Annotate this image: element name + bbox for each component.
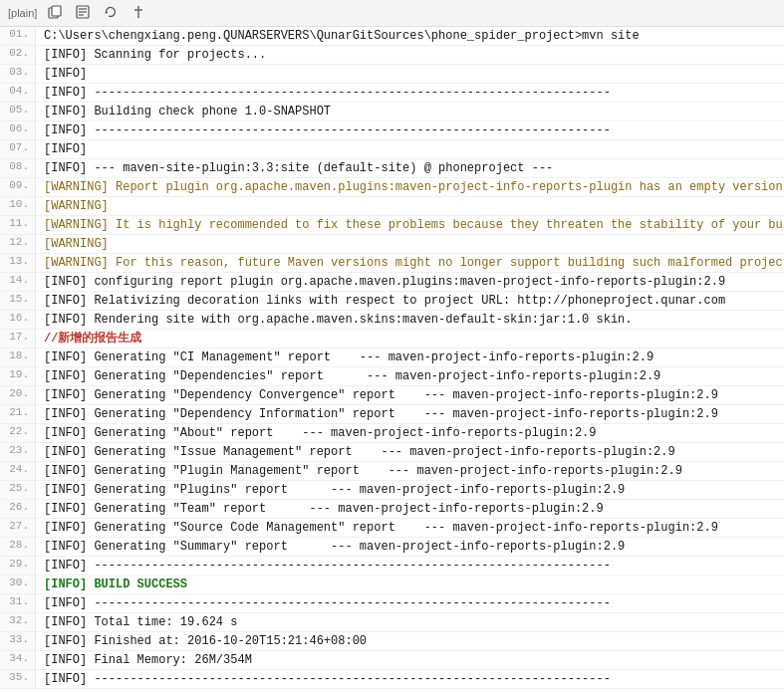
pin-button[interactable] xyxy=(129,4,148,22)
table-row: 35.[INFO] ------------------------------… xyxy=(0,670,784,689)
line-number: 05. xyxy=(0,103,36,120)
line-number: 22. xyxy=(0,424,36,442)
table-row: 03.[INFO] xyxy=(0,65,784,84)
toolbar: [plain] xyxy=(0,0,784,27)
line-text: [INFO] Building check phone 1.0-SNAPSHOT xyxy=(36,103,335,120)
table-row: 13.[WARNING] For this reason, future Mav… xyxy=(0,254,784,273)
table-row: 27.[INFO] Generating "Source Code Manage… xyxy=(0,519,784,538)
copy-button[interactable] xyxy=(45,4,65,22)
table-row: 20.[INFO] Generating "Dependency Converg… xyxy=(0,386,784,405)
line-text: [INFO] Generating "Dependency Convergenc… xyxy=(36,386,722,404)
table-row: 05.[INFO] Building check phone 1.0-SNAPS… xyxy=(0,103,784,121)
table-row: 21.[INFO] Generating "Dependency Informa… xyxy=(0,405,784,424)
table-row: 16.[INFO] Rendering site with org.apache… xyxy=(0,311,784,330)
line-text: [INFO] Relativizing decoration links wit… xyxy=(36,292,729,310)
line-number: 10. xyxy=(0,197,36,215)
line-number: 24. xyxy=(0,462,36,480)
table-row: 25.[INFO] Generating "Plugins" report --… xyxy=(0,481,784,500)
wrap-button[interactable] xyxy=(73,4,93,22)
table-row: 19.[INFO] Generating "Dependencies" repo… xyxy=(0,367,784,386)
line-number: 18. xyxy=(0,348,36,366)
table-row: 06.[INFO] ------------------------------… xyxy=(0,121,784,140)
line-number: 31. xyxy=(0,594,36,612)
line-text: [INFO] --- maven-site-plugin:3.3:site (d… xyxy=(36,159,557,177)
line-number: 07. xyxy=(0,140,36,158)
line-text: [INFO] xyxy=(36,65,91,83)
table-row: 26.[INFO] Generating "Team" report --- m… xyxy=(0,500,784,519)
line-number: 34. xyxy=(0,651,36,669)
line-number: 12. xyxy=(0,235,36,253)
line-text: [INFO] ---------------------------------… xyxy=(36,594,615,612)
line-number: 13. xyxy=(0,254,36,272)
line-text: [INFO] Generating "CI Management" report… xyxy=(36,348,657,366)
table-row: 24.[INFO] Generating "Plugin Management"… xyxy=(0,462,784,481)
line-number: 16. xyxy=(0,311,36,329)
line-number: 29. xyxy=(0,557,36,575)
line-number: 20. xyxy=(0,386,36,404)
line-text: C:\Users\chengxiang.peng.QUNARSERVERS\Qu… xyxy=(36,27,644,45)
table-row: 14.[INFO] configuring report plugin org.… xyxy=(0,273,784,292)
table-row: 02.[INFO] Scanning for projects... xyxy=(0,46,784,65)
line-number: 30. xyxy=(0,576,36,593)
line-text: [INFO] Generating "Source Code Managemen… xyxy=(36,519,722,537)
line-text: [INFO] Generating "About" report --- mav… xyxy=(36,424,601,442)
refresh-button[interactable] xyxy=(101,4,121,22)
line-text: [INFO] ---------------------------------… xyxy=(36,557,615,575)
table-row: 32.[INFO] Total time: 19.624 s xyxy=(0,613,784,632)
line-number: 25. xyxy=(0,481,36,499)
toolbar-label: [plain] xyxy=(8,7,37,19)
line-number: 28. xyxy=(0,538,36,556)
line-number: 09. xyxy=(0,178,36,196)
table-row: 01.C:\Users\chengxiang.peng.QUNARSERVERS… xyxy=(0,27,784,46)
line-text: [INFO] Rendering site with org.apache.ma… xyxy=(36,311,637,329)
table-row: 23.[INFO] Generating "Issue Management" … xyxy=(0,443,784,462)
line-text: //新增的报告生成 xyxy=(36,330,145,347)
table-row: 33.[INFO] Finished at: 2016-10-20T15:21:… xyxy=(0,632,784,651)
line-text: [WARNING] For this reason, future Maven … xyxy=(36,254,784,272)
table-row: 15.[INFO] Relativizing decoration links … xyxy=(0,292,784,311)
line-text: [INFO] Generating "Dependency Informatio… xyxy=(36,405,722,423)
line-text: [INFO] ---------------------------------… xyxy=(36,121,615,139)
line-text: [WARNING] xyxy=(36,197,113,215)
line-text: [INFO] Generating "Plugin Management" re… xyxy=(36,462,686,480)
line-text: [INFO] Generating "Dependencies" report … xyxy=(36,367,664,385)
table-row: 08.[INFO] --- maven-site-plugin:3.3:site… xyxy=(0,159,784,178)
table-row: 29.[INFO] ------------------------------… xyxy=(0,557,784,576)
line-text: [INFO] ---------------------------------… xyxy=(36,670,615,688)
line-text: [INFO] ---------------------------------… xyxy=(36,84,615,102)
line-number: 27. xyxy=(0,519,36,537)
line-number: 33. xyxy=(0,632,36,650)
line-number: 21. xyxy=(0,405,36,423)
line-number: 23. xyxy=(0,443,36,461)
table-row: 09.[WARNING] Report plugin org.apache.ma… xyxy=(0,178,784,197)
content-area: 01.C:\Users\chengxiang.peng.QUNARSERVERS… xyxy=(0,27,784,689)
line-number: 15. xyxy=(0,292,36,310)
line-text: [INFO] xyxy=(36,140,91,158)
line-text: [INFO] Total time: 19.624 s xyxy=(36,613,241,631)
table-row: 17.//新增的报告生成 xyxy=(0,330,784,348)
line-text: [INFO] configuring report plugin org.apa… xyxy=(36,273,729,291)
line-number: 17. xyxy=(0,330,36,347)
table-row: 34.[INFO] Final Memory: 26M/354M xyxy=(0,651,784,670)
line-text: [WARNING] Report plugin org.apache.maven… xyxy=(36,178,784,196)
table-row: 10.[WARNING] xyxy=(0,197,784,216)
table-row: 12.[WARNING] xyxy=(0,235,784,254)
line-text: [INFO] BUILD SUCCESS xyxy=(36,576,191,593)
line-number: 06. xyxy=(0,121,36,139)
line-text: [INFO] Final Memory: 26M/354M xyxy=(36,651,256,669)
table-row: 22.[INFO] Generating "About" report --- … xyxy=(0,424,784,443)
line-number: 14. xyxy=(0,273,36,291)
table-row: 31.[INFO] ------------------------------… xyxy=(0,594,784,613)
line-number: 01. xyxy=(0,27,36,45)
table-row: 18.[INFO] Generating "CI Management" rep… xyxy=(0,348,784,367)
line-number: 26. xyxy=(0,500,36,518)
table-row: 11.[WARNING] It is highly recommended to… xyxy=(0,216,784,235)
table-row: 28.[INFO] Generating "Summary" report --… xyxy=(0,538,784,557)
table-row: 30.[INFO] BUILD SUCCESS xyxy=(0,576,784,594)
line-text: [INFO] Finished at: 2016-10-20T15:21:46+… xyxy=(36,632,371,650)
line-number: 32. xyxy=(0,613,36,631)
line-number: 08. xyxy=(0,159,36,177)
line-number: 35. xyxy=(0,670,36,688)
line-text: [INFO] Generating "Team" report --- mave… xyxy=(36,500,608,518)
table-row: 07.[INFO] xyxy=(0,140,784,159)
